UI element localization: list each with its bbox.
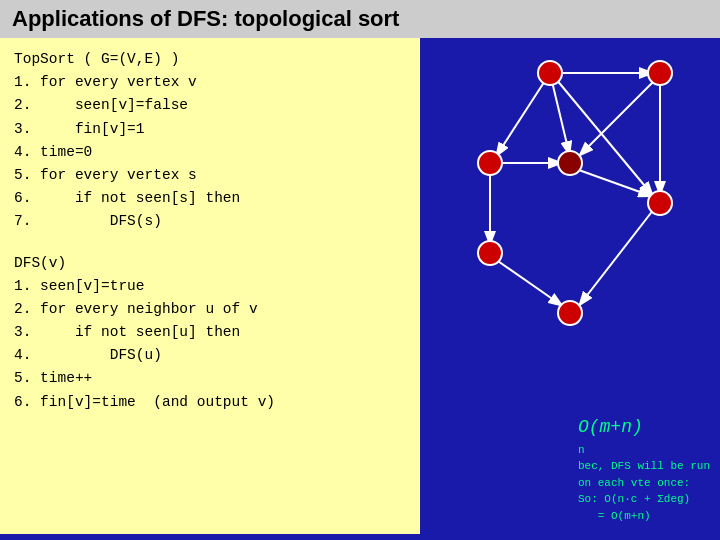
- complexity-desc: bec, DFS will be runon each vte once:So:…: [578, 460, 710, 522]
- svg-point-18: [558, 301, 582, 325]
- graph-area: [430, 48, 710, 348]
- topsort-code: TopSort ( G=(V,E) ) 1. for every vertex …: [14, 48, 406, 234]
- svg-line-8: [495, 259, 564, 307]
- svg-line-10: [578, 79, 656, 157]
- svg-point-13: [648, 61, 672, 85]
- svg-point-16: [478, 241, 502, 265]
- svg-point-12: [538, 61, 562, 85]
- main-content: TopSort ( G=(V,E) ) 1. for every vertex …: [0, 38, 720, 534]
- complexity-box: O(m+n) n bec, DFS will be runon each vte…: [578, 413, 710, 524]
- left-panel: TopSort ( G=(V,E) ) 1. for every vertex …: [0, 38, 420, 534]
- svg-line-2: [495, 73, 550, 158]
- title-bar: Applications of DFS: topological sort: [0, 0, 720, 38]
- svg-point-15: [558, 151, 582, 175]
- svg-point-14: [478, 151, 502, 175]
- dfs-code: DFS(v) 1. seen[v]=true 2. for every neig…: [14, 252, 406, 414]
- complexity-note: n bec, DFS will be runon each vte once:S…: [578, 442, 710, 525]
- right-panel: O(m+n) n bec, DFS will be runon each vte…: [420, 38, 720, 534]
- graph-svg: [430, 48, 710, 348]
- page-title: Applications of DFS: topological sort: [12, 6, 399, 31]
- svg-line-9: [578, 209, 654, 307]
- svg-point-17: [648, 191, 672, 215]
- big-o: O(m+n): [578, 413, 710, 442]
